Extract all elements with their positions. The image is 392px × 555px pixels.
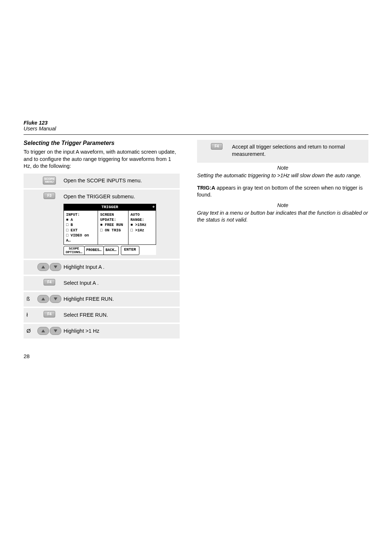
svg-marker-1	[54, 266, 57, 268]
note-body: Gray text in a menu or button bar indica…	[197, 210, 368, 224]
product-name: Fluke 123	[24, 120, 368, 126]
f3-key-icon: F3	[44, 193, 55, 199]
manual-label: Users Manual	[24, 126, 368, 131]
step-text: Open the TRIGGER submenu. TRIGGER ✥ INPU…	[64, 192, 177, 255]
f4-key-icon: F4	[44, 311, 55, 317]
note-body: Setting the automatic triggering to >1Hz…	[197, 172, 368, 179]
nav-arrows-icon: ✥	[152, 204, 155, 210]
final-step-row: F4 Accept all trigger selections and ret…	[197, 140, 368, 163]
down-arrow-icon	[50, 263, 61, 271]
step-row: SCOPEMENU Open the SCOPE INPUTS menu.	[24, 174, 180, 188]
f4-key-icon: F4	[44, 279, 55, 285]
step-key: F4	[200, 142, 222, 150]
step-list: SCOPEMENU Open the SCOPE INPUTS menu. F3…	[24, 174, 180, 339]
step-number	[26, 262, 35, 264]
step-number	[26, 176, 35, 177]
trigger-col-auto: AUTO RANGE: >15Hz >1Hz	[128, 211, 156, 244]
step-text: Select Input A .	[64, 278, 177, 287]
step-row: F4 Select Input A .	[24, 276, 180, 291]
svg-marker-3	[54, 297, 57, 300]
step-key	[35, 262, 64, 271]
step-row: ł F4 Select FREE RUN.	[24, 308, 180, 323]
step-number: ß	[26, 294, 35, 302]
step-number	[26, 192, 35, 193]
trigger-menu-illustration: TRIGGER ✥ INPUT: A B EXT VIDEO on A…	[64, 204, 156, 255]
step-text: Accept all trigger selections and return…	[232, 142, 366, 158]
page-header: Fluke 123 Users Manual	[24, 120, 368, 131]
svg-marker-5	[54, 329, 57, 332]
step-row: Ø Highlight >1 Hz	[24, 324, 180, 339]
intro-paragraph: To trigger on the input A waveform, with…	[24, 149, 180, 170]
step-key	[35, 326, 64, 335]
step-key: F4	[35, 310, 64, 317]
trigger-menu-title: TRIGGER ✥	[64, 204, 156, 211]
trigger-menu-body: INPUT: A B EXT VIDEO on A… SCREEN UPDATE…	[64, 211, 156, 245]
manual-page: Fluke 123 Users Manual Selecting the Tri…	[0, 0, 392, 359]
header-rule	[24, 134, 368, 135]
step-number: Ø	[26, 326, 35, 334]
step-key: F4	[35, 278, 64, 285]
softkey-back: BACK…	[103, 246, 119, 255]
softkey-enter: ENTER	[121, 246, 139, 255]
step-key	[35, 294, 64, 303]
triga-paragraph: TRIG:A appears in gray text on bottom of…	[197, 185, 368, 199]
note-heading: Note	[197, 165, 368, 171]
step-row: F3 Open the TRIGGER submenu. TRIGGER ✥ I	[24, 190, 180, 259]
svg-marker-0	[41, 266, 45, 268]
softkey-probes: PROBES…	[84, 246, 104, 255]
triga-label: TRIG:A	[197, 185, 215, 191]
trigger-col-screen: SCREEN UPDATE: FREE RUN ON TRIG	[98, 211, 128, 244]
left-column: Selecting the Trigger Parameters To trig…	[24, 140, 180, 359]
f4-key-icon: F4	[211, 143, 222, 150]
step-text: Highlight FREE RUN.	[64, 294, 177, 303]
step-number	[26, 278, 35, 280]
softkey-scope-options: SCOPE OPTIONS…	[64, 246, 85, 255]
up-arrow-icon	[37, 295, 49, 303]
step-number: ł	[26, 310, 35, 318]
right-column: F4 Accept all trigger selections and ret…	[197, 140, 368, 359]
down-arrow-icon	[50, 327, 61, 335]
step-key: F3	[35, 192, 64, 199]
up-arrow-icon	[37, 263, 49, 271]
step-key: SCOPEMENU	[35, 176, 64, 185]
scope-menu-key-icon: SCOPEMENU	[43, 177, 56, 185]
content-columns: Selecting the Trigger Parameters To trig…	[24, 140, 368, 359]
svg-marker-2	[41, 297, 45, 300]
section-title: Selecting the Trigger Parameters	[24, 140, 180, 146]
step-text: Highlight Input A .	[64, 262, 177, 271]
step-text: Open the SCOPE INPUTS menu.	[64, 176, 177, 185]
step-row: Highlight Input A .	[24, 260, 180, 275]
up-arrow-icon	[37, 327, 49, 335]
step-row: ß Highlight FREE RUN.	[24, 292, 180, 307]
step-text: Select FREE RUN.	[64, 310, 177, 319]
trigger-col-input: INPUT: A B EXT VIDEO on A…	[64, 211, 98, 244]
svg-marker-4	[41, 329, 45, 332]
page-number: 28	[24, 353, 180, 359]
down-arrow-icon	[50, 295, 61, 303]
note-heading: Note	[197, 202, 368, 208]
step-text: Highlight >1 Hz	[64, 326, 177, 335]
trigger-softkeys: SCOPE OPTIONS… PROBES… BACK… ENTER	[64, 246, 156, 255]
triga-text: appears in gray text on bottom of the sc…	[197, 185, 363, 198]
